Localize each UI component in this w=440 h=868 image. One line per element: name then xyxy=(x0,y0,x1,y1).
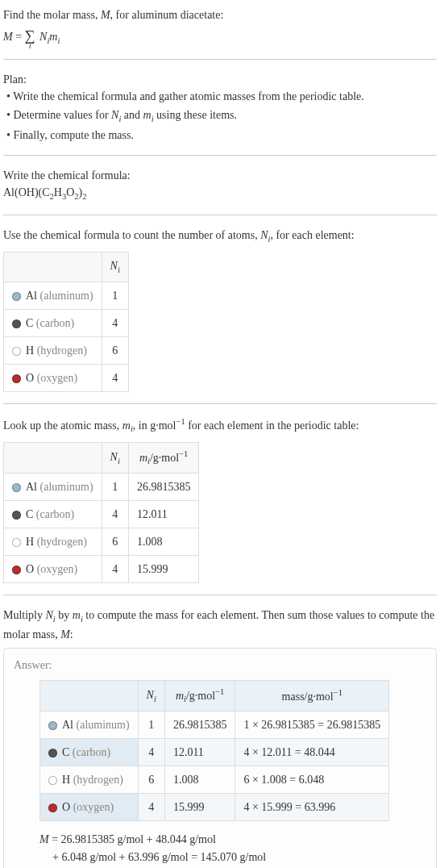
s2h-after: , for each element: xyxy=(270,229,354,241)
table-row: O (oxygen) 4 15.999 4 × 15.999 = 63.996 xyxy=(40,793,389,820)
th-mi-var: m xyxy=(176,689,184,701)
n-value: 1 xyxy=(102,282,128,309)
divider xyxy=(3,595,437,595)
th-ni-sub: i xyxy=(118,457,120,465)
plan2-and: and xyxy=(121,109,143,121)
s3h-mid: , in g·mol xyxy=(133,419,176,431)
th-ni: Ni xyxy=(102,252,128,282)
th-blank xyxy=(4,252,102,282)
step3-block: Look up the atomic mass, mi, in g·mol−1 … xyxy=(3,415,437,583)
element-dot-icon xyxy=(48,776,57,785)
sigma-symbol: ∑i xyxy=(25,25,35,47)
answer-label: Answer: xyxy=(14,657,426,674)
el-name: Al xyxy=(26,481,37,493)
m-value: 15.999 xyxy=(128,556,199,583)
mi-var: m xyxy=(49,31,57,43)
table-row: Al (aluminum) 1 26.9815385 xyxy=(4,474,199,501)
chemical-formula: Al(OH)(C2H3O2)2 xyxy=(3,184,437,203)
th-mi: mi/g·mol−1 xyxy=(128,442,199,473)
th-ni-var: N xyxy=(110,260,118,272)
element-dot-icon xyxy=(12,292,21,301)
mass-calc: 4 × 12.011 = 48.044 xyxy=(235,738,389,766)
plan2-m: m xyxy=(143,109,152,121)
th-mass: mass/g·mol−1 xyxy=(235,680,389,711)
element-cell-c: C (carbon) xyxy=(4,501,102,528)
th-mi: mi/g·mol−1 xyxy=(164,680,235,711)
element-cell-c: C (carbon) xyxy=(40,738,139,766)
th-mi-var: m xyxy=(139,452,147,464)
sigma-sub: i xyxy=(29,40,31,52)
th-mass-sup: −1 xyxy=(334,688,342,697)
chem-p1: Al(OH)(C xyxy=(3,186,50,198)
step4-heading: Multiply Ni by mi to compute the mass fo… xyxy=(3,607,437,643)
m-value: 1.008 xyxy=(164,766,235,793)
element-cell-h: H (hydrogen) xyxy=(40,766,139,793)
s4h-bigm: M xyxy=(60,628,70,641)
s4h-after2: : xyxy=(70,628,73,641)
intro-text-after: , for aluminum diacetate: xyxy=(110,9,224,21)
plan-item-2: • Determine values for Ni and mi using t… xyxy=(6,106,437,126)
n-value: 6 xyxy=(102,528,128,556)
formula-mi: mi xyxy=(49,31,60,43)
n-value: 4 xyxy=(102,309,128,336)
s2h-var: N xyxy=(260,229,268,241)
el-label: (oxygen) xyxy=(37,372,78,384)
plan-list: • Write the chemical formula and gather … xyxy=(3,88,437,144)
divider xyxy=(3,155,437,156)
el-name: H xyxy=(26,536,34,548)
m-value: 26.9815385 xyxy=(164,711,235,738)
mass-calc: 6 × 1.008 = 6.048 xyxy=(235,766,389,793)
element-dot-icon xyxy=(12,319,21,328)
th-mi-sup: −1 xyxy=(215,687,224,696)
final-line-1: M = 26.9815385 g/mol + 48.044 g/mol xyxy=(39,831,426,849)
n-value: 4 xyxy=(138,793,164,820)
el-label: (hydrogen) xyxy=(37,344,87,357)
th-blank xyxy=(40,680,139,711)
s2h-before: Use the chemical formula to count the nu… xyxy=(3,229,260,241)
intro-text: Find the molar mass, xyxy=(3,9,101,21)
n-value: 1 xyxy=(138,711,164,738)
divider xyxy=(3,59,437,60)
el-name: H xyxy=(62,774,70,786)
th-mi-unit: /g·mol xyxy=(150,452,179,464)
formula-lhs: M xyxy=(3,31,13,43)
s4h-n: N xyxy=(46,609,53,621)
th-ni-sub: i xyxy=(154,694,156,703)
s4h-m: m xyxy=(73,609,81,621)
table-row: H (hydrogen) 6 1.008 6 × 1.008 = 6.048 xyxy=(40,766,389,793)
m-value: 12.011 xyxy=(164,738,235,766)
element-cell-o: O (oxygen) xyxy=(4,556,102,583)
chem-p3: O xyxy=(66,186,74,198)
atomic-mass-table: Ni mi/g·mol−1 Al (aluminum) 1 26.9815385… xyxy=(3,442,199,583)
answer-box: Answer: Ni mi/g·mol−1 mass/g·mol−1 Al (a… xyxy=(3,648,437,868)
element-cell-o: O (oxygen) xyxy=(4,364,102,391)
table-row: C (carbon) 4 12.011 xyxy=(4,501,199,528)
el-label: (aluminum) xyxy=(77,719,130,731)
formula-eq: = xyxy=(13,31,25,43)
final-var: M xyxy=(39,833,49,845)
th-ni-sub: i xyxy=(118,265,120,274)
m-value: 15.999 xyxy=(164,793,235,820)
el-name: H xyxy=(26,344,34,357)
element-cell-c: C (carbon) xyxy=(4,309,102,336)
plan-item-3: • Finally, compute the mass. xyxy=(6,127,437,144)
n-value: 1 xyxy=(102,474,128,501)
th-mass-label: mass/g·mol xyxy=(282,691,334,703)
mi-sub: i xyxy=(57,36,60,45)
element-cell-h: H (hydrogen) xyxy=(4,336,102,364)
el-label: (aluminum) xyxy=(40,481,93,493)
plan2-before: • Determine values for xyxy=(6,109,111,121)
answer-content: Ni mi/g·mol−1 mass/g·mol−1 Al (aluminum)… xyxy=(14,680,426,867)
th-mi-sup: −1 xyxy=(179,449,188,458)
el-name: Al xyxy=(26,290,37,302)
table-row: C (carbon) 4 12.011 4 × 12.011 = 48.044 xyxy=(40,738,389,766)
n-value: 4 xyxy=(102,556,128,583)
th-mi-unit: /g·mol xyxy=(186,689,215,701)
th-blank xyxy=(4,442,102,473)
atom-count-table: Ni Al (aluminum) 1 C (carbon) 4 H (hydro… xyxy=(3,252,129,392)
s4h-before: Multiply xyxy=(3,609,46,621)
mass-calc: 1 × 26.9815385 = 26.9815385 xyxy=(235,711,389,738)
element-cell-h: H (hydrogen) xyxy=(4,528,102,556)
element-cell-al: Al (aluminum) xyxy=(40,711,139,738)
s3h-var: m xyxy=(122,419,131,431)
